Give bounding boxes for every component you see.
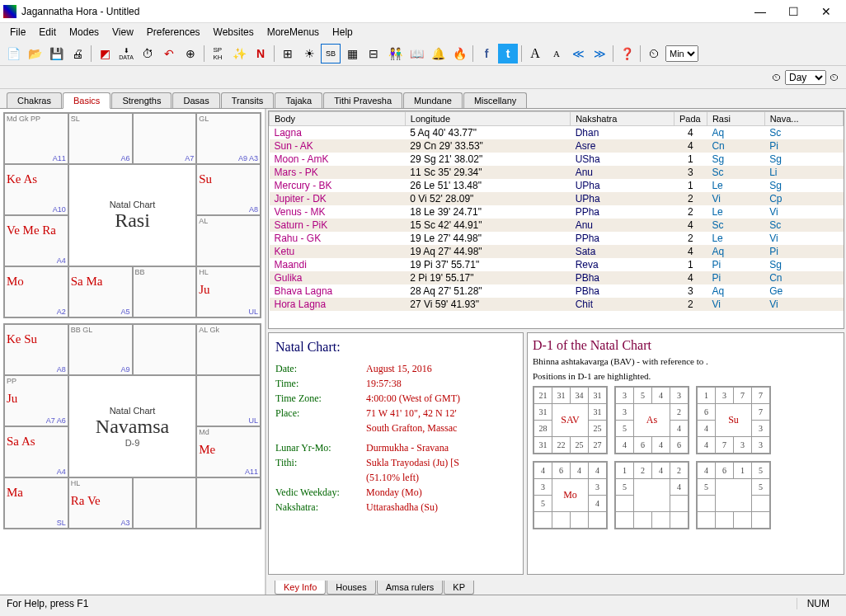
tab-strengths[interactable]: Strengths: [111, 92, 172, 108]
chart-cell[interactable]: Ve Me RaA4: [4, 215, 68, 266]
table-row[interactable]: Moon - AmK29 Sg 21' 38.02"USha1SgSg: [270, 153, 844, 166]
chart-cell[interactable]: [196, 477, 261, 529]
fire-icon[interactable]: 🔥: [449, 44, 469, 63]
flag-icon[interactable]: ◩: [95, 44, 115, 63]
chart-cell[interactable]: HLJuUL: [196, 266, 261, 317]
bav-mini-chart[interactable]: 2131343131SAV31282531222527: [533, 386, 608, 454]
tab-transits[interactable]: Transits: [221, 92, 275, 108]
table-row[interactable]: Maandi19 Pi 37' 55.71"Reva1PiSg: [270, 258, 844, 271]
open-icon[interactable]: 📂: [25, 44, 45, 63]
chart-cell[interactable]: AL: [196, 215, 261, 266]
table-row[interactable]: Rahu - GK19 Le 27' 44.98"PPha2LeVi: [270, 232, 844, 245]
btab-houses[interactable]: Houses: [327, 581, 375, 595]
chart-cell[interactable]: [133, 477, 197, 529]
bav-mini-chart[interactable]: 124254: [614, 461, 689, 529]
tab-basics[interactable]: Basics: [63, 92, 110, 109]
chart-cell[interactable]: Sa AsA4: [4, 426, 68, 477]
chart-cell[interactable]: GLA9 A3: [196, 113, 261, 164]
bell-icon[interactable]: 🔔: [428, 44, 448, 63]
chart-cell[interactable]: MdMeA11: [196, 426, 261, 477]
table-row[interactable]: Gulika2 Pi 19' 55.17"PBha4PiCn: [270, 271, 844, 284]
table-header[interactable]: Body: [270, 112, 406, 126]
sb-icon[interactable]: SB: [321, 44, 341, 63]
table-row[interactable]: Mars - PK11 Sc 35' 29.34"Anu3ScLi: [270, 166, 844, 179]
chart-cell[interactable]: Ke AsA10: [4, 164, 68, 215]
menu-modes[interactable]: Modes: [63, 25, 106, 40]
print-icon[interactable]: 🖨: [68, 44, 87, 63]
chart-cell[interactable]: MaSL: [4, 477, 68, 529]
maximize-button[interactable]: ☐: [777, 0, 810, 23]
chart-cell[interactable]: [133, 324, 197, 375]
bav-mini-chart[interactable]: 461555: [696, 461, 771, 529]
help-icon[interactable]: ❓: [617, 44, 637, 63]
chart-cell[interactable]: A7: [133, 113, 197, 164]
btab-keyinfo[interactable]: Key Info: [275, 581, 326, 595]
day-select[interactable]: Day: [785, 70, 826, 85]
table-row[interactable]: Mercury - BK26 Le 51' 13.48"UPha1LeSg: [270, 179, 844, 192]
table-row[interactable]: Lagna5 Aq 40' 43.77"Dhan4AqSc: [270, 126, 844, 140]
chart-cell[interactable]: BB GLA9: [68, 324, 133, 375]
font-small-icon[interactable]: A: [547, 44, 566, 63]
menu-help[interactable]: Help: [326, 25, 360, 40]
bav-mini-chart[interactable]: 13776Su7434733: [696, 386, 771, 454]
n-icon[interactable]: N: [251, 44, 270, 63]
chart-cell[interactable]: PPJuA7 A6: [4, 375, 68, 426]
facebook-icon[interactable]: f: [477, 44, 496, 63]
table-row[interactable]: Bhava Lagna28 Aq 27' 51.28"PBha3AqGe: [270, 284, 844, 298]
undo-icon[interactable]: ↶: [159, 44, 179, 63]
chart-cell[interactable]: AL Gk: [196, 324, 261, 375]
wand-icon[interactable]: ✨: [229, 44, 249, 63]
bav-pane[interactable]: D-1 of the Natal Chart Bhinna ashtakavar…: [527, 332, 844, 575]
table-row[interactable]: Venus - MK18 Le 39' 24.71"PPha2LeVi: [270, 205, 844, 219]
table-row[interactable]: Hora Lagna27 Vi 59' 41.93"Chit2ViVi: [270, 298, 844, 311]
menu-websites[interactable]: Websites: [207, 25, 261, 40]
rasi-chart[interactable]: Md Gk PPA11SLA6A7GLA9 A3Ke AsA10Natal Ch…: [3, 112, 261, 318]
new-icon[interactable]: 📄: [3, 44, 23, 63]
menu-edit[interactable]: Edit: [32, 25, 63, 40]
chart-cell[interactable]: Ke SuA8: [4, 324, 68, 375]
btab-kp[interactable]: KP: [444, 581, 474, 595]
time-icon[interactable]: ⏱: [138, 44, 157, 63]
table-header[interactable]: Nava...: [764, 112, 843, 126]
body-table[interactable]: BodyLongitudeNakshatraPadaRasiNava...Lag…: [268, 111, 844, 329]
table-row[interactable]: Sun - AK29 Cn 29' 33.53"Asre4CnPi: [270, 139, 844, 153]
table-header[interactable]: Pada: [674, 112, 707, 126]
menu-view[interactable]: View: [106, 25, 140, 40]
tab-tithi-pravesha[interactable]: Tithi Pravesha: [323, 92, 402, 108]
book-icon[interactable]: 📖: [407, 44, 426, 63]
table-header[interactable]: Rasi: [707, 112, 764, 126]
twitter-icon[interactable]: t: [498, 44, 518, 63]
spkh-icon[interactable]: SPKH: [208, 44, 228, 63]
close-button[interactable]: ✕: [810, 0, 843, 23]
table-row[interactable]: Ketu19 Aq 27' 44.98"Sata4AqPi: [270, 245, 844, 258]
tab-miscellany[interactable]: Miscellany: [463, 92, 527, 108]
navamsa-chart[interactable]: Ke SuA8BB GLA9AL GkPPJuA7 A6Natal ChartN…: [3, 323, 261, 529]
tab-chakras[interactable]: Chakras: [7, 92, 62, 108]
clock2-icon[interactable]: ⏲: [772, 72, 782, 83]
info-pane[interactable]: Natal Chart: Date:August 15, 2016 Time:1…: [268, 332, 524, 575]
table-header[interactable]: Nakshatra: [571, 112, 674, 126]
menu-preferences[interactable]: Preferences: [140, 25, 207, 40]
bav-mini-chart[interactable]: 46443Mo354: [533, 461, 608, 529]
sun-icon[interactable]: ☀: [299, 44, 319, 63]
chart-cell[interactable]: SuA8: [196, 164, 261, 215]
next-icon[interactable]: ≫: [590, 44, 609, 63]
tab-tajaka[interactable]: Tajaka: [275, 92, 322, 108]
grid3-icon[interactable]: ⊟: [364, 44, 383, 63]
prev-icon[interactable]: ≪: [568, 44, 588, 63]
bav-mini-chart[interactable]: 35433As2544646: [614, 386, 689, 454]
clock3-icon[interactable]: ⏲: [830, 72, 839, 83]
menu-moremenus[interactable]: MoreMenus: [261, 25, 326, 40]
chart-cell[interactable]: SLA6: [68, 113, 133, 164]
tab-mundane[interactable]: Mundane: [403, 92, 463, 108]
chart-cell[interactable]: BB: [133, 266, 197, 317]
grid1-icon[interactable]: ⊞: [278, 44, 298, 63]
save-icon[interactable]: 💾: [46, 44, 66, 63]
table-row[interactable]: Jupiter - DK0 Vi 52' 28.09"UPha2ViCp: [270, 192, 844, 205]
chart-cell[interactable]: Md Gk PPA11: [4, 113, 68, 164]
menu-file[interactable]: File: [3, 25, 32, 40]
time-unit-select[interactable]: Min: [665, 45, 698, 62]
grid2-icon[interactable]: ▦: [342, 44, 362, 63]
btab-amsa[interactable]: Amsa rulers: [377, 581, 444, 595]
table-row[interactable]: Saturn - PiK15 Sc 42' 44.91"Anu4ScSc: [270, 219, 844, 232]
